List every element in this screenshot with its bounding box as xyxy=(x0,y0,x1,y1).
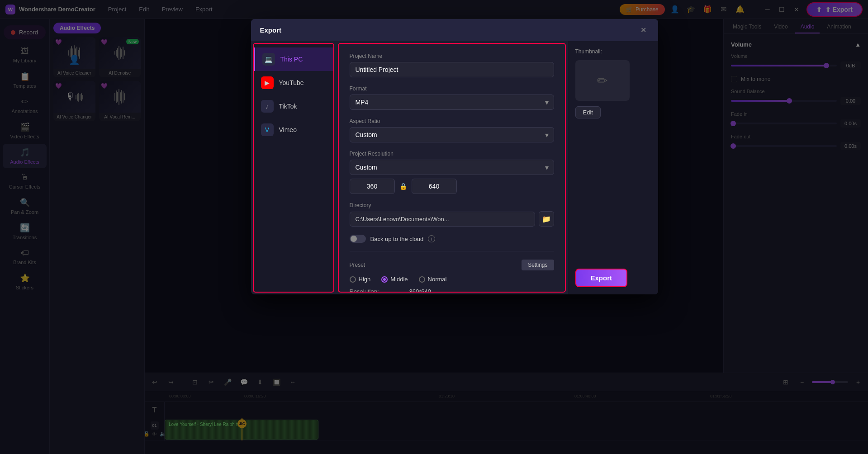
resolution-select[interactable]: Custom xyxy=(350,160,554,175)
aspect-ratio-label: Aspect Ratio xyxy=(350,118,554,124)
vimeo-icon: V xyxy=(261,123,274,136)
this-pc-icon: 💻 xyxy=(262,53,275,66)
preset-normal-radio xyxy=(419,276,425,283)
project-name-input[interactable] xyxy=(350,62,554,77)
project-name-label: Project Name xyxy=(350,53,554,59)
preset-middle-dot xyxy=(383,278,386,281)
preset-middle[interactable]: Middle xyxy=(381,276,408,283)
resolution-info-value: 360*640 xyxy=(409,288,554,293)
backup-toggle[interactable] xyxy=(350,235,366,243)
platform-this-pc[interactable]: 💻 This PC xyxy=(254,47,333,71)
export-dialog-header: Export ✕ xyxy=(251,19,658,41)
thumbnail-preview: ✏ xyxy=(575,60,630,101)
format-group: Format MP4 xyxy=(350,85,554,110)
dialog-close-button[interactable]: ✕ xyxy=(638,24,649,35)
directory-label: Directory xyxy=(350,202,554,208)
aspect-ratio-wrapper: Custom xyxy=(350,127,554,142)
youtube-icon: ▶ xyxy=(261,76,274,89)
backup-toggle-row: Back up to the cloud i xyxy=(350,235,554,243)
backup-group: Back up to the cloud i xyxy=(350,235,554,243)
export-dialog-title: Export xyxy=(260,26,282,34)
export-dialog-body: 💻 This PC ▶ YouTube ♪ TikTok V Vimeo Pro… xyxy=(251,41,658,294)
directory-row: 📁 xyxy=(350,211,554,227)
platform-panel: 💻 This PC ▶ YouTube ♪ TikTok V Vimeo xyxy=(253,43,334,293)
folder-browse-button[interactable]: 📁 xyxy=(539,211,554,227)
format-select-wrapper: MP4 xyxy=(350,95,554,110)
project-name-group: Project Name xyxy=(350,53,554,77)
thumbnail-edit-button[interactable]: Edit xyxy=(575,106,601,118)
export-dialog: Export ✕ 💻 This PC ▶ YouTube ♪ TikTok V … xyxy=(251,19,658,294)
tiktok-icon: ♪ xyxy=(261,100,274,113)
preset-label: Preset xyxy=(350,262,365,268)
settings-button[interactable]: Settings xyxy=(522,260,554,270)
preset-radio-row: High Middle Normal xyxy=(350,276,554,283)
backup-label: Back up to the cloud xyxy=(370,236,424,242)
format-label: Format xyxy=(350,85,554,92)
preset-high-radio xyxy=(350,276,356,283)
directory-input[interactable] xyxy=(350,212,535,227)
backup-info-icon[interactable]: i xyxy=(428,235,435,242)
thumbnail-panel: Thumbnail: ✏ Edit Export xyxy=(568,41,658,294)
preset-normal[interactable]: Normal xyxy=(419,276,447,283)
format-select[interactable]: MP4 xyxy=(350,95,554,110)
resolution-group: Project Resolution Custom 🔒 xyxy=(350,151,554,194)
resolution-info-label: Resolution: xyxy=(350,288,404,293)
preset-header: Preset Settings xyxy=(350,260,554,270)
thumbnail-label: Thumbnail: xyxy=(575,48,651,55)
preset-info-grid: Resolution: 360*640 Frame Rate: 30.00 fp… xyxy=(350,288,554,293)
width-input[interactable] xyxy=(412,179,457,194)
directory-group: Directory 📁 xyxy=(350,202,554,227)
height-input[interactable] xyxy=(350,179,395,194)
preset-middle-radio xyxy=(381,276,388,283)
divider xyxy=(350,251,554,251)
platform-vimeo[interactable]: V Vimeo xyxy=(254,118,333,142)
export-action-button[interactable]: Export xyxy=(575,269,628,287)
platform-youtube[interactable]: ▶ YouTube xyxy=(254,71,333,95)
backup-toggle-thumb xyxy=(351,236,357,242)
aspect-ratio-select[interactable]: Custom xyxy=(350,127,554,142)
export-form: Project Name Format MP4 Aspect Ratio Cus… xyxy=(338,43,566,293)
aspect-ratio-group: Aspect Ratio Custom xyxy=(350,118,554,142)
preset-high[interactable]: High xyxy=(350,276,371,283)
resolution-select-wrapper: Custom xyxy=(350,160,554,175)
resolution-label: Project Resolution xyxy=(350,151,554,157)
lock-icon: 🔒 xyxy=(399,183,407,190)
platform-tiktok[interactable]: ♪ TikTok xyxy=(254,95,333,118)
resolution-inputs-row: 🔒 xyxy=(350,179,554,194)
